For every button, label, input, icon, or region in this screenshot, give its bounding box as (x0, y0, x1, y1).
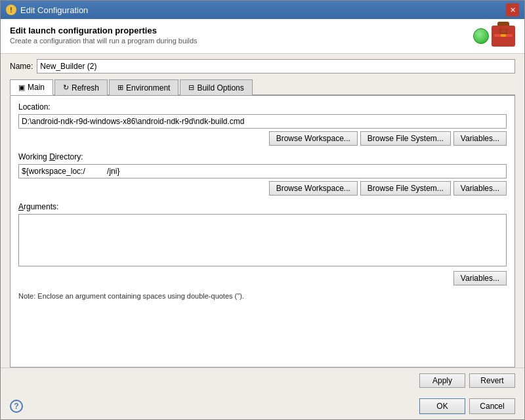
content-area: Location: Browse Workspace... Browse Fil… (10, 95, 515, 368)
toolbox-icon (492, 26, 515, 47)
arguments-scrollbar-area (18, 214, 507, 271)
toolbox-svg (494, 29, 513, 43)
note-text: Note: Enclose an argument containing spa… (18, 292, 507, 300)
footer-right: OK Cancel (419, 398, 515, 414)
bottom-bar: Apply Revert (1, 368, 524, 393)
build-tab-icon: ⊟ (188, 83, 194, 92)
title-bar: ! Edit Configuration ✕ (1, 1, 524, 19)
tab-refresh[interactable]: ↻ Refresh (54, 79, 108, 95)
name-label: Name: (10, 62, 33, 71)
variables-btn-1[interactable]: Variables... (453, 131, 507, 146)
tab-build-options[interactable]: ⊟ Build Options (180, 79, 252, 95)
tab-main[interactable]: ▣ Main (10, 79, 53, 95)
variables-btn-2[interactable]: Variables... (453, 181, 507, 196)
footer-left: ? (10, 400, 23, 413)
tabs-area: ▣ Main ↻ Refresh ⊞ Environment ⊟ Build O… (1, 79, 524, 95)
green-play-icon (473, 28, 489, 44)
tab-environment[interactable]: ⊞ Environment (109, 79, 178, 95)
arguments-btn-row: Variables... (18, 271, 507, 285)
svg-rect-3 (500, 29, 507, 33)
arguments-label-text: Arguments: (18, 202, 58, 211)
tab-build-options-label: Build Options (197, 83, 243, 93)
apply-button[interactable]: Apply (419, 373, 465, 388)
env-tab-icon: ⊞ (117, 83, 123, 92)
refresh-tab-icon: ↻ (63, 83, 69, 92)
revert-button[interactable]: Revert (469, 373, 515, 388)
name-input[interactable] (37, 59, 515, 74)
tabs-container: ▣ Main ↻ Refresh ⊞ Environment ⊟ Build O… (10, 79, 515, 95)
working-dir-label: Working Directory: (18, 152, 507, 161)
svg-rect-2 (501, 34, 506, 37)
variables-btn-3[interactable]: Variables... (453, 271, 507, 285)
browse-filesystem-btn-2[interactable]: Browse File System... (360, 181, 451, 196)
footer-bar: ? OK Cancel (1, 393, 524, 419)
arguments-label: Arguments: (18, 202, 507, 211)
header-subtitle: Create a configuration that will run a p… (10, 37, 198, 45)
ok-button[interactable]: OK (419, 398, 465, 414)
location-input[interactable] (18, 114, 507, 129)
location-label: Location: (18, 102, 507, 112)
help-icon[interactable]: ? (10, 400, 23, 413)
window-title: Edit Configuration (20, 5, 88, 15)
tab-main-label: Main (28, 83, 45, 92)
browse-workspace-btn-2[interactable]: Browse Workspace... (269, 181, 358, 196)
browse-workspace-btn-1[interactable]: Browse Workspace... (269, 131, 358, 146)
arguments-textarea[interactable] (18, 214, 507, 266)
title-bar-left: ! Edit Configuration (6, 5, 88, 15)
tab-environment-label: Environment (126, 83, 170, 93)
name-row: Name: (1, 54, 524, 79)
tab-refresh-label: Refresh (72, 83, 99, 93)
main-tab-icon: ▣ (18, 83, 25, 92)
header-title: Edit launch configuration properties (10, 26, 198, 35)
browse-filesystem-btn-1[interactable]: Browse File System... (360, 131, 451, 146)
working-dir-btn-row: Browse Workspace... Browse File System..… (18, 181, 507, 196)
location-btn-row: Browse Workspace... Browse File System..… (18, 131, 507, 146)
main-window: ! Edit Configuration ✕ Edit launch confi… (0, 0, 525, 420)
cancel-button[interactable]: Cancel (469, 398, 515, 414)
header-icons (473, 26, 515, 47)
app-icon: ! (6, 5, 16, 15)
working-dir-label-text: Working Directory: (18, 152, 83, 161)
header-text: Edit launch configuration properties Cre… (10, 26, 198, 45)
working-dir-input[interactable] (18, 164, 507, 178)
header-area: Edit launch configuration properties Cre… (1, 19, 524, 54)
close-button[interactable]: ✕ (506, 3, 519, 16)
